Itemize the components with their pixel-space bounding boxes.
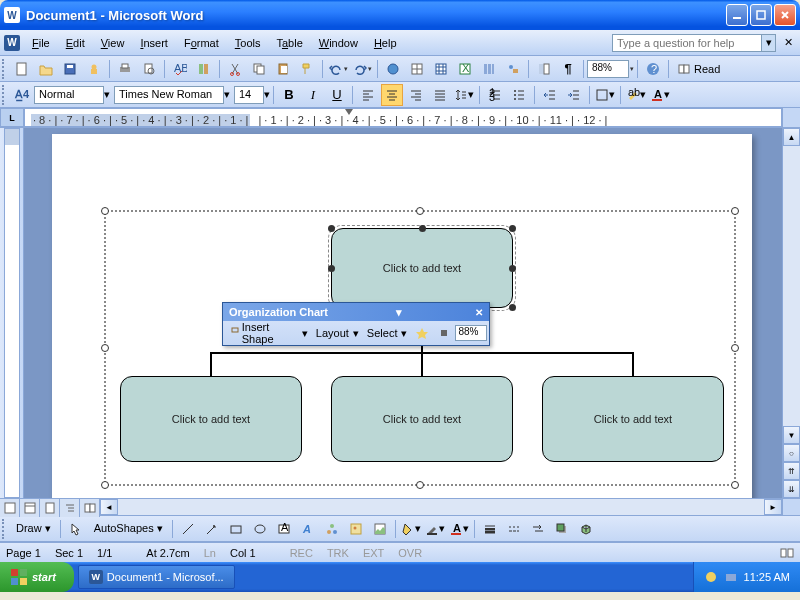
orgchart-child-box[interactable]: Click to add text bbox=[542, 376, 724, 462]
show-hide-icon[interactable]: ¶ bbox=[557, 58, 579, 80]
new-doc-icon[interactable] bbox=[11, 58, 33, 80]
undo-icon[interactable]: ▾ bbox=[327, 58, 349, 80]
scroll-right-icon[interactable]: ► bbox=[764, 499, 782, 515]
bullet-list-button[interactable] bbox=[508, 84, 530, 106]
next-page-icon[interactable]: ⇊ bbox=[783, 480, 800, 498]
print-preview-icon[interactable] bbox=[138, 58, 160, 80]
taskbar-task[interactable]: W Document1 - Microsof... bbox=[78, 565, 235, 589]
tray-clock[interactable]: 11:25 AM bbox=[744, 571, 790, 583]
oval-icon[interactable] bbox=[249, 518, 271, 540]
arrow-icon[interactable] bbox=[201, 518, 223, 540]
toolbar-grip[interactable] bbox=[2, 59, 8, 79]
orgchart-child-box[interactable]: Click to add text bbox=[120, 376, 302, 462]
menu-help[interactable]: Help bbox=[366, 34, 405, 52]
scroll-up-icon[interactable]: ▲ bbox=[783, 128, 800, 146]
font-dropdown-icon[interactable]: ▾ bbox=[224, 88, 230, 101]
scroll-left-icon[interactable]: ◄ bbox=[100, 499, 118, 515]
menu-window[interactable]: Window bbox=[311, 34, 366, 52]
drawing-icon[interactable] bbox=[502, 58, 524, 80]
arrow-style-icon[interactable] bbox=[527, 518, 549, 540]
scroll-down-icon[interactable]: ▼ bbox=[783, 426, 800, 444]
orgchart-child-box[interactable]: Click to add text bbox=[331, 376, 513, 462]
draw-menu[interactable]: Draw ▾ bbox=[10, 520, 57, 537]
status-rec[interactable]: REC bbox=[290, 547, 313, 559]
zoom-input[interactable]: 88% bbox=[587, 60, 629, 78]
read-button[interactable]: Read bbox=[673, 58, 724, 80]
line-color-icon[interactable]: ▾ bbox=[424, 518, 446, 540]
vertical-ruler[interactable] bbox=[0, 128, 24, 498]
status-ovr[interactable]: OVR bbox=[398, 547, 422, 559]
line-spacing-button[interactable]: ▾ bbox=[453, 84, 475, 106]
font-color-button[interactable]: A▾ bbox=[649, 84, 671, 106]
textbox-icon[interactable]: A bbox=[273, 518, 295, 540]
status-ext[interactable]: EXT bbox=[363, 547, 384, 559]
wordart-icon[interactable]: A bbox=[297, 518, 319, 540]
align-right-button[interactable] bbox=[405, 84, 427, 106]
maximize-button[interactable] bbox=[750, 4, 772, 26]
help-icon[interactable]: ? bbox=[642, 58, 664, 80]
highlight-button[interactable]: ab▾ bbox=[625, 84, 647, 106]
orgchart-zoom-input[interactable]: 88% bbox=[455, 325, 487, 341]
font-size-selector[interactable]: 14 bbox=[234, 86, 264, 104]
toolbar-grip[interactable] bbox=[2, 85, 8, 105]
decrease-indent-button[interactable] bbox=[539, 84, 561, 106]
tray-icon[interactable] bbox=[704, 570, 718, 584]
print-icon[interactable] bbox=[114, 58, 136, 80]
menu-file[interactable]: File bbox=[24, 34, 58, 52]
system-tray[interactable]: 11:25 AM bbox=[693, 562, 800, 592]
layout-button[interactable]: Layout▾ bbox=[312, 325, 363, 342]
fill-color-icon[interactable]: ▾ bbox=[400, 518, 422, 540]
style-dropdown-icon[interactable]: ▾ bbox=[104, 88, 110, 101]
normal-view-button[interactable] bbox=[0, 499, 20, 517]
select-button[interactable]: Select▾ bbox=[363, 325, 412, 342]
orgchart-toolbar-close-icon[interactable]: ✕ bbox=[475, 307, 483, 318]
help-search-input[interactable] bbox=[612, 34, 762, 52]
insert-shape-button[interactable]: Insert Shape▾ bbox=[225, 319, 312, 347]
cut-icon[interactable] bbox=[224, 58, 246, 80]
copy-icon[interactable] bbox=[248, 58, 270, 80]
underline-button[interactable]: U bbox=[326, 84, 348, 106]
italic-button[interactable]: I bbox=[302, 84, 324, 106]
toolbar-grip[interactable] bbox=[2, 519, 8, 539]
font-color-draw-icon[interactable]: A▾ bbox=[448, 518, 470, 540]
reading-layout-view-button[interactable] bbox=[80, 499, 100, 517]
style-formatting-icon[interactable]: A̲4 bbox=[11, 84, 33, 106]
line-style-icon[interactable] bbox=[479, 518, 501, 540]
select-objects-icon[interactable] bbox=[65, 518, 87, 540]
orgchart-top-box[interactable]: Click to add text bbox=[331, 228, 513, 308]
outline-view-button[interactable] bbox=[60, 499, 80, 517]
doc-map-icon[interactable] bbox=[533, 58, 555, 80]
autoshapes-menu[interactable]: AutoShapes ▾ bbox=[88, 520, 169, 537]
align-center-button[interactable] bbox=[381, 84, 403, 106]
research-icon[interactable] bbox=[193, 58, 215, 80]
line-icon[interactable] bbox=[177, 518, 199, 540]
zoom-dropdown-icon[interactable]: ▾ bbox=[630, 65, 634, 73]
menu-format[interactable]: Format bbox=[176, 34, 227, 52]
insert-excel-icon[interactable]: X bbox=[454, 58, 476, 80]
clipart-icon[interactable] bbox=[345, 518, 367, 540]
redo-icon[interactable]: ▾ bbox=[351, 58, 373, 80]
menu-insert[interactable]: Insert bbox=[132, 34, 176, 52]
close-button[interactable] bbox=[774, 4, 796, 26]
help-dropdown-icon[interactable]: ▾ bbox=[762, 34, 776, 52]
status-language-icon[interactable] bbox=[780, 546, 794, 560]
tray-icon[interactable] bbox=[724, 570, 738, 584]
text-wrap-icon[interactable] bbox=[433, 324, 455, 342]
increase-indent-button[interactable] bbox=[563, 84, 585, 106]
borders-button[interactable]: ▾ bbox=[594, 84, 616, 106]
menu-edit[interactable]: Edit bbox=[58, 34, 93, 52]
tables-borders-icon[interactable] bbox=[406, 58, 428, 80]
horizontal-scrollbar[interactable]: ◄ ► bbox=[100, 499, 782, 515]
bold-button[interactable]: B bbox=[278, 84, 300, 106]
permissions-icon[interactable] bbox=[83, 58, 105, 80]
menu-view[interactable]: View bbox=[93, 34, 133, 52]
insert-picture-icon[interactable] bbox=[369, 518, 391, 540]
menu-table[interactable]: Table bbox=[268, 34, 310, 52]
minimize-button[interactable] bbox=[726, 4, 748, 26]
align-left-button[interactable] bbox=[357, 84, 379, 106]
rectangle-icon[interactable] bbox=[225, 518, 247, 540]
justify-button[interactable] bbox=[429, 84, 451, 106]
save-icon[interactable] bbox=[59, 58, 81, 80]
spellcheck-icon[interactable]: ABC bbox=[169, 58, 191, 80]
dash-style-icon[interactable] bbox=[503, 518, 525, 540]
